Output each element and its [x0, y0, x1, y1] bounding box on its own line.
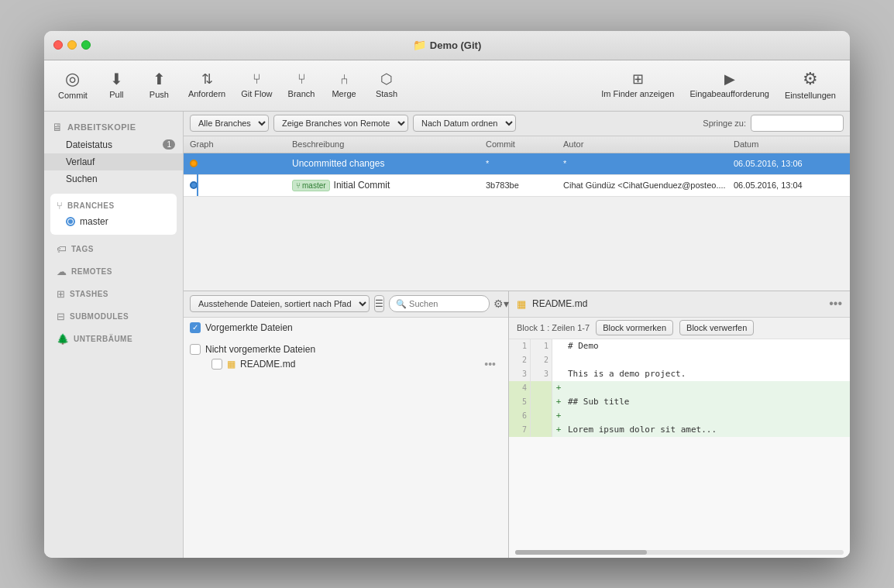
files-search-input[interactable] [389, 295, 490, 312]
file-dots-readme[interactable]: ••• [484, 358, 496, 370]
desc-1: ⑂ master Initial Commit [292, 180, 486, 191]
gitflow-button[interactable]: ⑂ Git Flow [233, 67, 280, 103]
file-icon-readme: ▦ [227, 359, 236, 370]
diff-text-3 [565, 381, 568, 395]
stash-button[interactable]: ⬡ Stash [366, 67, 408, 103]
file-checkbox-readme[interactable] [211, 359, 222, 370]
gitflow-label: Git Flow [241, 89, 272, 98]
anfordern-label: Anfordern [188, 89, 225, 98]
sidebar-stashes-row[interactable]: ⊞ STASHES [50, 284, 177, 304]
diff-num-left-5: 6 [509, 409, 531, 423]
eingabe-label: Eingabeaufforderung [689, 89, 769, 98]
diff-line-5: 6 + [509, 409, 850, 423]
diff-header: ▦ README.md ••• [509, 291, 850, 318]
diff-sign-3: + [552, 381, 565, 395]
branches-label: BRANCHES [67, 201, 115, 210]
sidebar-item-suchen[interactable]: Suchen [44, 170, 183, 187]
stash-icon: ⬡ [380, 72, 393, 86]
diff-num-left-1: 2 [509, 353, 531, 367]
diff-dots-button[interactable]: ••• [829, 297, 842, 311]
gear-button[interactable]: ⚙▾ [493, 295, 510, 312]
order-filter-select[interactable]: Nach Datum ordnen [413, 115, 516, 132]
sidebar-tags-row[interactable]: 🏷 TAGS [50, 239, 177, 259]
merge-button[interactable]: ⑃ Merge [323, 67, 366, 103]
close-button[interactable] [53, 40, 63, 50]
diff-num-right-1: 2 [531, 353, 552, 367]
diff-panel: ▦ README.md ••• Block 1 : Zeilen 1-7 Blo… [509, 291, 850, 558]
diff-line-nums-3: 4 [509, 381, 552, 395]
branch-button[interactable]: ⑂ Branch [280, 67, 323, 103]
block-vormerken-button[interactable]: Block vormerken [596, 320, 673, 335]
branch-dot [66, 217, 75, 226]
branch-tag-icon: ⑂ [296, 181, 301, 190]
diff-text-1 [565, 353, 568, 367]
jump-input[interactable] [751, 115, 844, 132]
remote-filter-select[interactable]: Zeige Branches von Remote [273, 115, 408, 132]
sidebar-submodules-row[interactable]: ⊟ SUBMODULES [50, 307, 177, 326]
pull-button[interactable]: ⬇ Pull [95, 67, 138, 104]
diff-num-right-6 [531, 423, 552, 437]
gitflow-icon: ⑂ [253, 72, 261, 86]
autor-0: * [563, 159, 734, 168]
staged-checkbox[interactable]: ✓ [190, 322, 201, 333]
dateistatus-label: Dateistatus [66, 139, 112, 150]
filter-bar: Alle Branches Zeige Branches von Remote … [184, 112, 850, 136]
verlauf-label: Verlauf [66, 156, 95, 167]
commit-row-1[interactable]: ⑂ master Initial Commit 3b783be Cihat Gü… [184, 175, 850, 197]
pull-label: Pull [109, 90, 123, 99]
tags-section: 🏷 TAGS [50, 239, 177, 259]
sidebar-item-verlauf[interactable]: Verlauf [44, 153, 183, 170]
commit-row-0[interactable]: Uncommitted changes * * 06.05.2016, 13:0… [184, 153, 850, 175]
dateistatus-badge: 1 [163, 139, 175, 150]
tree-icon: 🌲 [57, 333, 69, 345]
list-icon: ☰ [375, 298, 383, 309]
diff-num-right-4 [531, 395, 552, 409]
minimize-button[interactable] [67, 40, 77, 50]
eingabe-button[interactable]: ▶ Eingabeaufforderung [682, 67, 777, 103]
autor-1: Cihat Gündüz <CihatGuenduez@posteo.... [563, 181, 734, 190]
diff-line-nums-0: 1 1 [509, 339, 552, 353]
sidebar-unterbaume-row[interactable]: 🌲 UNTERBÄUME [50, 329, 177, 349]
finder-icon: ⊞ [632, 72, 644, 86]
diff-line-6: 7 + Lorem ipsum dolor sit amet... [509, 423, 850, 437]
diff-text-0: # Demo [565, 339, 599, 353]
eingabe-icon: ▶ [724, 72, 735, 86]
push-button[interactable]: ⬆ Push [138, 67, 181, 104]
block-verwerfen-button[interactable]: Block verwerfen [679, 320, 754, 335]
graph-1 [184, 174, 292, 196]
diff-block-label: Block 1 : Zeilen 1-7 [517, 323, 590, 332]
stashes-label: STASHES [70, 290, 108, 298]
branch-label: Branch [288, 89, 315, 98]
desc-0: Uncommitted changes [292, 158, 486, 169]
branches-header[interactable]: ⑂ BRANCHES [50, 198, 177, 213]
anfordern-button[interactable]: ⇅ Anfordern [181, 67, 233, 103]
list-icon-button[interactable]: ☰ [374, 295, 384, 312]
desc-text-1: Initial Commit [334, 180, 390, 191]
pull-icon: ⬇ [110, 71, 123, 87]
files-sort-select[interactable]: Ausstehende Dateien, sortiert nach Pfad [190, 295, 370, 312]
diff-line-1: 2 2 [509, 353, 850, 367]
unstaged-checkbox[interactable] [190, 344, 201, 355]
sidebar-remotes-row[interactable]: ☁ REMOTES [50, 262, 177, 281]
sidebar-item-dateistatus[interactable]: Dateistatus 1 [44, 136, 183, 153]
diff-num-left-0: 1 [509, 339, 531, 353]
maximize-button[interactable] [81, 40, 91, 50]
diff-content: 1 1 # Demo 2 2 3 3 This is a demo projec… [509, 339, 850, 547]
diff-block-header: Block 1 : Zeilen 1-7 Block vormerken Blo… [509, 318, 850, 339]
diff-text-2: This is a demo project. [565, 367, 686, 381]
commit-button[interactable]: ◎ Commit [50, 66, 95, 105]
branch-tag-text: master [302, 181, 326, 190]
submodules-section: ⊟ SUBMODULES [50, 307, 177, 326]
diff-num-right-3 [531, 381, 552, 395]
branch-filter-select[interactable]: Alle Branches [190, 115, 269, 132]
diff-line-2: 3 3 This is a demo project. [509, 367, 850, 381]
branch-master-item[interactable]: master [50, 213, 177, 230]
arbeitskopie-section: 🖥 ARBEITSKOPIE Dateistatus 1 Verlauf Suc… [44, 112, 183, 191]
main-content: 🖥 ARBEITSKOPIE Dateistatus 1 Verlauf Suc… [44, 112, 850, 558]
finder-label: Im Finder anzeigen [601, 89, 674, 98]
einstellungen-button[interactable]: ⚙ Einstellungen [777, 66, 844, 105]
file-item-readme[interactable]: ▦ README.md ••• [190, 355, 502, 373]
diff-file-name: README.md [532, 298, 587, 309]
diff-scrollbar[interactable] [515, 550, 844, 555]
finder-button[interactable]: ⊞ Im Finder anzeigen [593, 67, 682, 103]
